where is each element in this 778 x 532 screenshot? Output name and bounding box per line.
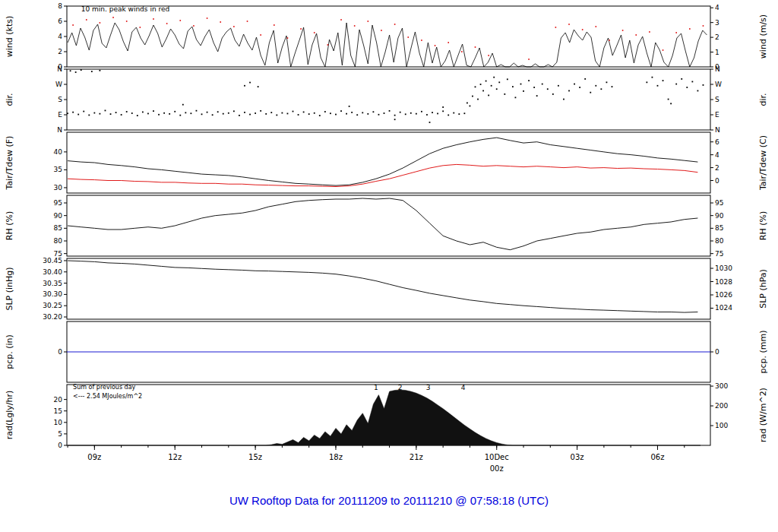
ytick-left: 15 bbox=[54, 407, 62, 415]
annotation: Sum of previous day bbox=[73, 384, 135, 391]
ytick-right: S bbox=[715, 96, 719, 103]
ytick-left: 2 bbox=[58, 48, 62, 55]
ytick-left: 30.20 bbox=[43, 313, 62, 321]
ylabel-right: Tair/Tdew (C) bbox=[758, 135, 768, 191]
xtick-label: 18z bbox=[329, 453, 343, 461]
xtick-label2: 00z bbox=[490, 464, 504, 473]
ylabel-right: rad (W/m^2) bbox=[758, 388, 768, 442]
ytick-right: 2 bbox=[715, 164, 719, 172]
ytick-left: S bbox=[58, 96, 62, 103]
ylabel-right: wind (m/s) bbox=[758, 14, 768, 59]
ytick-right: 100 bbox=[715, 422, 728, 429]
ytick-right: E bbox=[715, 111, 719, 119]
ytick-left: 85 bbox=[54, 224, 62, 232]
ytick-right: 1028 bbox=[715, 278, 732, 286]
meteogram-chart: 0246801234wind (kts)wind (m/s)10 min. pe… bbox=[0, 0, 778, 489]
ytick-right: 1 bbox=[715, 49, 719, 56]
ytick-left: 4 bbox=[58, 33, 62, 40]
rad-area bbox=[68, 390, 701, 445]
wind-speed-line bbox=[68, 23, 707, 67]
ytick-left: 90 bbox=[54, 212, 63, 220]
ytick-left: 40 bbox=[54, 148, 63, 156]
ytick-left: 30.40 bbox=[43, 268, 62, 276]
ylabel-left: Tair/Tdew (F) bbox=[5, 136, 14, 191]
annotation: 4 bbox=[461, 384, 466, 391]
ylabel-right: dir. bbox=[758, 93, 768, 106]
ytick-right: N bbox=[715, 126, 720, 134]
ytick-left: W bbox=[55, 81, 62, 88]
ytick-right: 1024 bbox=[715, 304, 732, 312]
ytick-right: 3 bbox=[715, 19, 719, 27]
panel-temp: 3035400246Tair/Tdew (F)Tair/Tdew (C) bbox=[5, 132, 768, 193]
ytick-left: 30.25 bbox=[43, 302, 62, 309]
ytick-right: 2 bbox=[715, 33, 719, 41]
panel-rh: 75808590957580859095RH (%)RH (%) bbox=[5, 195, 768, 258]
annotation: 10 min. peak winds in red bbox=[81, 5, 170, 13]
slp-line bbox=[68, 261, 697, 312]
ytick-right: 90 bbox=[715, 212, 724, 220]
ytick-left: 8 bbox=[58, 2, 62, 10]
wind-dir-cluster bbox=[67, 110, 465, 116]
ytick-right: 200 bbox=[715, 402, 728, 410]
meteogram-page: 0246801234wind (kts)wind (m/s)10 min. pe… bbox=[0, 0, 778, 532]
panel-wind: 0246801234wind (kts)wind (m/s)10 min. pe… bbox=[5, 2, 768, 71]
ytick-right: 1026 bbox=[715, 291, 732, 299]
chart-title: UW Rooftop Data for 20111209 to 20111210… bbox=[0, 494, 778, 507]
wind-dir-scatter bbox=[70, 69, 704, 123]
xtick-label: 03z bbox=[571, 453, 584, 461]
x-axis: 09z12z15z18z21z10Dec00z03z06z bbox=[68, 445, 685, 473]
ytick-right: 95 bbox=[715, 199, 723, 207]
ytick-left: 20 bbox=[54, 396, 63, 404]
xtick-label: 21z bbox=[410, 453, 423, 461]
annotation: 2 bbox=[398, 384, 403, 391]
ytick-right: N bbox=[715, 65, 720, 73]
wind-peaks-scatter bbox=[72, 17, 704, 60]
ylabel-left: wind (kts) bbox=[5, 16, 14, 58]
panel-dir: NESWNNESWNdir.dir. bbox=[5, 65, 768, 134]
annotation: 3 bbox=[426, 384, 431, 391]
ytick-right: 0 bbox=[715, 348, 719, 356]
xtick-label: 15z bbox=[248, 453, 262, 461]
ylabel-left: rad(Lgly/hr) bbox=[5, 391, 14, 440]
ytick-right: 75 bbox=[715, 250, 723, 258]
annotation: <--- 2.54 MJoules/m^2 bbox=[73, 393, 142, 400]
ytick-left: 80 bbox=[54, 237, 63, 245]
ylabel-right: SLP (hPa) bbox=[758, 269, 768, 309]
ylabel-right: pcp. (mm) bbox=[758, 330, 768, 373]
ytick-left: E bbox=[58, 111, 62, 119]
ytick-left: 6 bbox=[58, 17, 62, 25]
ytick-left: 95 bbox=[54, 199, 62, 207]
ylabel-left: SLP (inHg) bbox=[5, 267, 14, 310]
tdew-line bbox=[68, 164, 697, 186]
panel-pcp: 00pcp. (in)pcp. (mm) bbox=[5, 321, 768, 382]
ytick-left: 30.35 bbox=[43, 280, 62, 287]
ytick-right: 85 bbox=[715, 224, 723, 232]
ytick-right: 4 bbox=[715, 151, 719, 159]
xtick-label: 09z bbox=[87, 453, 101, 461]
ytick-left: 10 bbox=[54, 419, 63, 426]
ytick-right: 80 bbox=[715, 237, 724, 245]
ytick-left: 0 bbox=[58, 348, 62, 356]
ylabel-left: RH (%) bbox=[5, 211, 14, 240]
tair-line bbox=[68, 138, 697, 185]
panel-slp: 30.2030.2530.3030.3530.4030.451024102610… bbox=[5, 257, 768, 321]
ytick-right: 4 bbox=[715, 4, 719, 11]
ytick-left: N bbox=[57, 126, 62, 134]
ytick-left: 30 bbox=[54, 184, 63, 192]
ytick-right: W bbox=[715, 81, 722, 88]
ytick-right: 300 bbox=[715, 382, 728, 390]
panel-rad: 05101520100200300rad(Lgly/hr)rad (W/m^2)… bbox=[5, 382, 768, 449]
ytick-left: 30.30 bbox=[43, 290, 62, 298]
ytick-left: 35 bbox=[54, 166, 62, 173]
ytick-right: 1030 bbox=[715, 264, 732, 272]
ytick-left: 5 bbox=[58, 430, 62, 438]
ylabel-left: pcp. (in) bbox=[5, 334, 14, 369]
ytick-left: 30.45 bbox=[43, 257, 62, 264]
xtick-label: 10Dec bbox=[485, 453, 509, 461]
xtick-label: 12z bbox=[168, 453, 182, 461]
ytick-left: N bbox=[57, 65, 62, 73]
ytick-left: 0 bbox=[58, 442, 62, 449]
ylabel-left: dir. bbox=[5, 93, 14, 106]
ytick-right: 0 bbox=[715, 177, 719, 185]
rh-line bbox=[68, 198, 697, 250]
